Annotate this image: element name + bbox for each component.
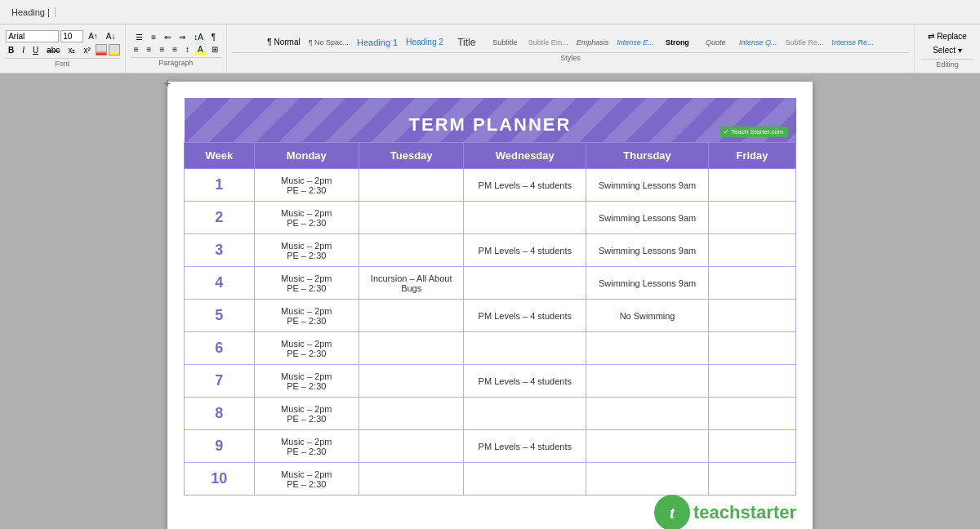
cell-row10-week[interactable]: 10 (185, 463, 255, 496)
cell-row6-thursday[interactable] (586, 332, 709, 365)
outdent-btn[interactable]: ⇐ (161, 31, 174, 43)
cell-row4-friday[interactable] (708, 267, 795, 300)
cell-row2-wednesday[interactable] (464, 202, 586, 234)
sort-btn[interactable]: ↕A (190, 31, 207, 43)
cell-row4-monday[interactable]: Music – 2pm PE – 2:30 (254, 267, 359, 300)
list-number-btn[interactable]: ≡ (148, 31, 159, 43)
list-bullet-btn[interactable]: ☰ (132, 31, 146, 43)
style-subtle-em[interactable]: Subtle Em... (525, 37, 572, 49)
replace-btn[interactable]: ⇄ Replace (922, 29, 973, 43)
cell-row8-tuesday[interactable] (359, 398, 463, 430)
style-heading1[interactable]: Heading 1 (354, 36, 401, 50)
shading-btn[interactable]: A (194, 43, 207, 56)
cell-row2-friday[interactable] (708, 202, 795, 234)
cell-row6-tuesday[interactable] (359, 332, 463, 365)
cell-row6-week[interactable]: 6 (185, 332, 255, 365)
resize-handle[interactable] (166, 80, 176, 90)
style-subtitle[interactable]: Subtitle (487, 37, 523, 49)
font-color-btn[interactable] (96, 44, 107, 56)
cell-row6-monday[interactable]: Music – 2pm PE – 2:30 (254, 332, 359, 365)
style-quote[interactable]: Quote (697, 37, 734, 49)
cell-row8-monday[interactable]: Music – 2pm PE – 2:30 (254, 398, 359, 430)
line-spacing-btn[interactable]: ↕ (182, 43, 193, 56)
cell-row5-tuesday[interactable] (359, 300, 463, 332)
cell-row5-week[interactable]: 5 (185, 300, 255, 332)
cell-row7-friday[interactable] (708, 365, 795, 398)
cell-row10-wednesday[interactable] (464, 463, 586, 496)
cell-row9-wednesday[interactable]: PM Levels – 4 students (464, 430, 586, 463)
font-size-input[interactable] (60, 30, 83, 42)
italic-btn[interactable]: I (19, 44, 28, 56)
heading-tab[interactable]: Heading | (7, 7, 56, 17)
style-intense-e[interactable]: Intense E... (613, 37, 657, 49)
cell-row2-thursday[interactable]: Swimming Lessons 9am (586, 202, 709, 234)
cell-row9-tuesday[interactable] (359, 430, 463, 463)
cell-row9-week[interactable]: 9 (185, 430, 255, 463)
cell-row3-tuesday[interactable] (359, 234, 463, 267)
cell-row4-tuesday[interactable]: Incursion – All About Bugs (359, 267, 463, 300)
style-emphasis[interactable]: Emphasis (573, 37, 612, 49)
style-subtle-ref[interactable]: Subtle Re... (782, 37, 826, 49)
cell-row1-week[interactable]: 1 (185, 169, 255, 202)
increase-font-btn[interactable]: A↑ (85, 30, 101, 42)
cell-row4-wednesday[interactable] (464, 267, 586, 300)
cell-row3-week[interactable]: 3 (185, 234, 255, 267)
superscript-btn[interactable]: x² (80, 44, 93, 56)
cell-row5-wednesday[interactable]: PM Levels – 4 students (464, 300, 586, 332)
cell-row9-friday[interactable] (708, 430, 795, 463)
decrease-font-btn[interactable]: A↓ (103, 30, 119, 42)
justify-btn[interactable]: ≡ (169, 43, 180, 56)
cell-row2-tuesday[interactable] (359, 202, 463, 234)
cell-row8-wednesday[interactable] (464, 398, 586, 430)
align-right-btn[interactable]: ≡ (156, 43, 167, 56)
subscript-btn[interactable]: x₂ (65, 44, 78, 56)
cell-row10-tuesday[interactable] (359, 463, 463, 496)
cell-row10-friday[interactable] (708, 463, 795, 496)
cell-row6-wednesday[interactable] (464, 332, 586, 365)
cell-row7-week[interactable]: 7 (185, 365, 255, 398)
style-intense-q[interactable]: Intense Q... (736, 37, 781, 49)
cell-row8-thursday[interactable] (586, 398, 709, 430)
cell-row8-week[interactable]: 8 (185, 398, 255, 430)
cell-row3-monday[interactable]: Music – 2pm PE – 2:30 (254, 234, 359, 267)
cell-row7-monday[interactable]: Music – 2pm PE – 2:30 (254, 365, 359, 398)
cell-row10-monday[interactable]: Music – 2pm PE – 2:30 (254, 463, 359, 496)
cell-row8-friday[interactable] (708, 398, 795, 430)
align-left-btn[interactable]: ≡ (131, 43, 142, 56)
cell-row5-friday[interactable] (708, 300, 795, 332)
cell-row4-thursday[interactable]: Swimming Lessons 9am (586, 267, 709, 300)
indent-btn[interactable]: ⇒ (176, 31, 189, 43)
align-center-btn[interactable]: ≡ (144, 43, 155, 56)
highlight-color-btn[interactable] (109, 44, 120, 56)
select-btn[interactable]: Select ▾ (927, 43, 968, 57)
cell-row1-friday[interactable] (708, 169, 795, 202)
cell-row5-monday[interactable]: Music – 2pm PE – 2:30 (254, 300, 359, 332)
cell-row1-thursday[interactable]: Swimming Lessons 9am (586, 169, 709, 202)
cell-row7-tuesday[interactable] (359, 365, 463, 398)
style-intense-ref[interactable]: Intense Re... (828, 37, 876, 49)
show-marks-btn[interactable]: ¶ (208, 31, 219, 43)
style-heading2[interactable]: Heading 2 (403, 36, 447, 49)
cell-row6-friday[interactable] (708, 332, 795, 365)
cell-row5-thursday[interactable]: No Swimming (586, 300, 709, 332)
bold-btn[interactable]: B (5, 44, 17, 56)
cell-row10-thursday[interactable] (586, 463, 709, 496)
cell-row1-wednesday[interactable]: PM Levels – 4 students (464, 169, 586, 202)
cell-row4-week[interactable]: 4 (185, 267, 255, 300)
cell-row7-thursday[interactable] (586, 365, 709, 398)
cell-row9-monday[interactable]: Music – 2pm PE – 2:30 (254, 430, 359, 463)
cell-row3-wednesday[interactable]: PM Levels – 4 students (464, 234, 586, 267)
cell-row1-tuesday[interactable] (359, 169, 463, 202)
underline-btn[interactable]: U (29, 44, 42, 56)
cell-row2-week[interactable]: 2 (185, 202, 255, 234)
border-btn[interactable]: ⊞ (208, 43, 221, 56)
strikethrough-btn[interactable]: abc (43, 44, 63, 56)
style-no-spacing[interactable]: ¶ No Spac... (305, 37, 352, 49)
cell-row3-thursday[interactable]: Swimming Lessons 9am (586, 234, 709, 267)
cell-row2-monday[interactable]: Music – 2pm PE – 2:30 (254, 202, 359, 234)
style-strong[interactable]: Strong (659, 37, 696, 49)
cell-row3-friday[interactable] (708, 234, 795, 267)
font-name-input[interactable] (6, 30, 59, 42)
style-title[interactable]: Title (448, 35, 485, 50)
cell-row1-monday[interactable]: Music – 2pm PE – 2:30 (254, 169, 359, 202)
